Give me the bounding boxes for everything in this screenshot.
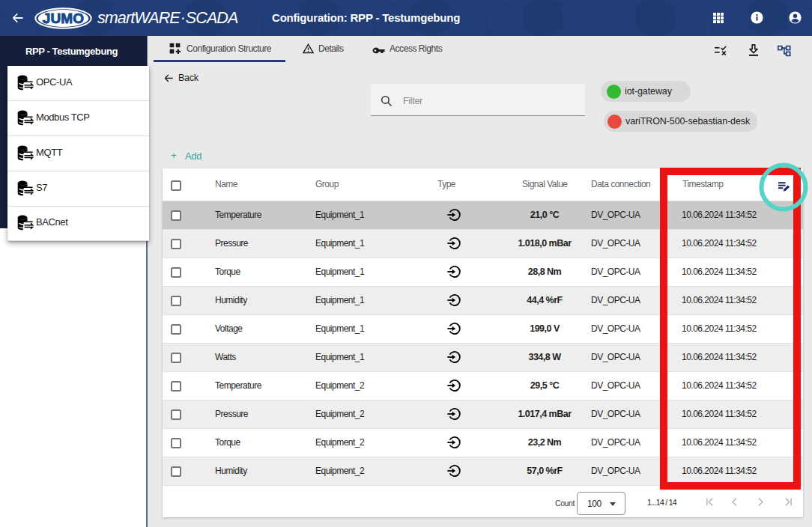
svg-text:JUMO: JUMO [43, 10, 85, 26]
